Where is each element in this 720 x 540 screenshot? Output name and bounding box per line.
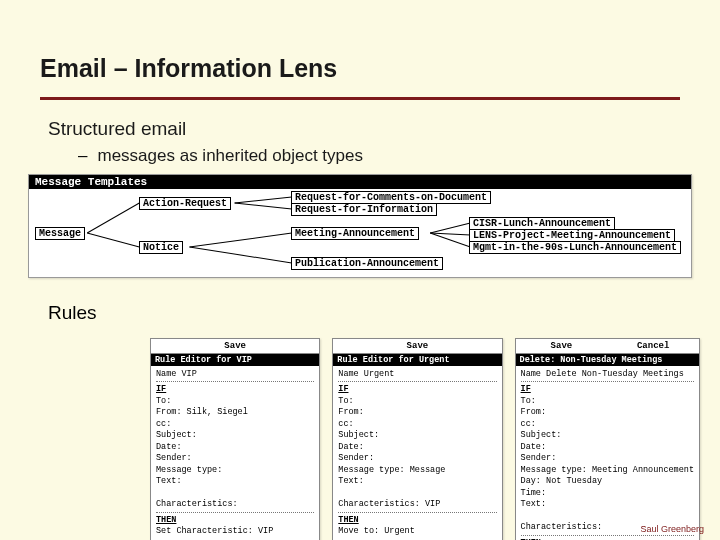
- rule-field: cc:: [156, 419, 314, 430]
- tree-node-meeting-announce: Meeting-Announcement: [291, 227, 419, 240]
- page-title: Email – Information Lens: [40, 54, 680, 83]
- section-heading-structured: Structured email: [48, 118, 672, 140]
- cancel-button[interactable]: Cancel: [607, 339, 699, 353]
- tree-node-notice: Notice: [139, 241, 183, 254]
- if-heading: IF: [338, 384, 496, 395]
- rule-field: Message type: Message: [338, 465, 496, 476]
- rule-titlebar: Rule Editor for Urgent: [333, 354, 501, 366]
- rule-field: Day: Not Tuesday: [521, 476, 694, 487]
- rule-field: From:: [521, 407, 694, 418]
- rule-name: Name Delete Non-Tuesday Meetings: [521, 369, 694, 380]
- rule-field: From:: [338, 407, 496, 418]
- tree-node-action-request: Action-Request: [139, 197, 231, 210]
- then-action: Move to: Urgent: [338, 526, 496, 537]
- rule-titlebar: Delete: Non-Tuesday Meetings: [516, 354, 699, 366]
- bullet-item: – messages as inherited object types: [78, 146, 672, 166]
- svg-line-4: [189, 233, 291, 247]
- save-button[interactable]: Save: [151, 339, 319, 353]
- svg-line-6: [430, 223, 470, 233]
- if-heading: IF: [521, 384, 694, 395]
- svg-line-2: [235, 197, 292, 203]
- rules-heading: Rules: [48, 302, 672, 324]
- rule-field: Subject:: [338, 430, 496, 441]
- tree-node-mgmt90s: Mgmt-in-the-90s-Lunch-Announcement: [469, 241, 681, 254]
- rule-field: Sender:: [156, 453, 314, 464]
- rule-field: To:: [338, 396, 496, 407]
- tree-diagram: Message Action-Request Notice Request-fo…: [29, 189, 691, 277]
- rule-name: Name VIP: [156, 369, 314, 380]
- rule-field: Date:: [338, 442, 496, 453]
- if-heading: IF: [156, 384, 314, 395]
- rule-field: Time:: [521, 488, 694, 499]
- rule-field: Subject:: [156, 430, 314, 441]
- rule-field: [156, 488, 314, 499]
- rule-field: To:: [521, 396, 694, 407]
- svg-line-0: [87, 203, 139, 233]
- rule-card-0: SaveRule Editor for VIPName VIPIFTo:From…: [150, 338, 320, 540]
- rule-field: [338, 488, 496, 499]
- then-heading: THEN: [156, 515, 314, 526]
- rule-field: Sender:: [338, 453, 496, 464]
- dash-icon: –: [78, 146, 87, 166]
- then-action: Set Characteristic: VIP: [156, 526, 314, 537]
- rule-field: Message type: Meeting Announcement: [521, 465, 694, 476]
- tree-node-rfi: Request-for-Information: [291, 203, 437, 216]
- rule-field: cc:: [521, 419, 694, 430]
- tree-node-message: Message: [35, 227, 85, 240]
- rule-titlebar: Rule Editor for VIP: [151, 354, 319, 366]
- rule-field: Text:: [338, 476, 496, 487]
- rule-field: Date:: [521, 442, 694, 453]
- rule-field: From: Silk, Siegel: [156, 407, 314, 418]
- rule-card-1: SaveRule Editor for UrgentName UrgentIFT…: [332, 338, 502, 540]
- rule-field: Characteristics: VIP: [338, 499, 496, 510]
- rule-body: Name Delete Non-Tuesday MeetingsIFTo:Fro…: [516, 366, 699, 540]
- svg-line-5: [189, 247, 291, 263]
- save-button[interactable]: Save: [333, 339, 501, 353]
- rule-field: Subject:: [521, 430, 694, 441]
- message-templates-figure: Message Templates Message Action-Request…: [28, 174, 692, 278]
- rule-field: Message type:: [156, 465, 314, 476]
- footer-author: Saul Greenberg: [640, 524, 704, 534]
- svg-line-1: [87, 233, 139, 247]
- rule-field: Text:: [156, 476, 314, 487]
- rule-field: [521, 511, 694, 522]
- rule-name: Name Urgent: [338, 369, 496, 380]
- rule-body: Name UrgentIFTo:From:cc:Subject:Date:Sen…: [333, 366, 501, 540]
- rule-field: Characteristics:: [156, 499, 314, 510]
- rule-field: Text:: [521, 499, 694, 510]
- figure-header: Message Templates: [29, 175, 691, 189]
- then-heading: THEN: [338, 515, 496, 526]
- rule-body: Name VIPIFTo:From: Silk, Siegelcc:Subjec…: [151, 366, 319, 540]
- bullet-text: messages as inherited object types: [97, 146, 363, 166]
- tree-node-pub-announce: Publication-Announcement: [291, 257, 443, 270]
- rule-card-2: SaveCancelDelete: Non-Tuesday MeetingsNa…: [515, 338, 700, 540]
- rule-field: To:: [156, 396, 314, 407]
- save-button[interactable]: Save: [516, 339, 608, 353]
- svg-line-3: [235, 203, 292, 209]
- rule-field: Sender:: [521, 453, 694, 464]
- rule-field: Date:: [156, 442, 314, 453]
- rule-field: cc:: [338, 419, 496, 430]
